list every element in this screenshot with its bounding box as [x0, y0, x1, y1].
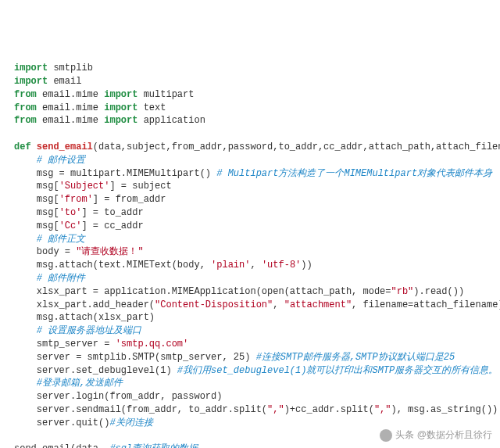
watermark-text: 头条 @数据分析且徐行 [395, 429, 492, 440]
line-16: # 邮件附件 [14, 273, 85, 284]
watermark: 头条 @数据分析且徐行 [380, 428, 492, 442]
line-23: server.set_debuglevel(1) #我们用set_debugle… [14, 365, 498, 376]
line-7: # 邮件设置 [14, 155, 85, 166]
line-17: xlsx_part = application.MIMEApplication(… [14, 286, 464, 297]
line-21: smtp_server = 'smtp.qq.com' [14, 339, 188, 349]
line-def: def send_email(data,subject,from_addr,pa… [14, 142, 500, 152]
line-4: from email.mime import text [14, 102, 166, 113]
line-5: from email.mime import application [14, 115, 205, 126]
line-19: msg.attach(xlsx_part) [14, 312, 155, 323]
line-20: # 设置服务器地址及端口 [14, 325, 141, 336]
line-25: server.login(from_addr, password) [14, 391, 222, 402]
call-head: send_email(data, #sql查询获取的数据 [14, 443, 198, 448]
line-24: #登录邮箱,发送邮件 [14, 378, 123, 389]
avatar-icon [380, 429, 392, 442]
line-10: msg['from'] = from_addr [14, 194, 166, 205]
line-11: msg['to'] = to_addr [14, 207, 144, 218]
line-13: # 邮件正文 [14, 234, 85, 245]
line-8: msg = multipart.MIMEMultipart() # Multip… [14, 168, 492, 179]
line-22: server = smtplib.SMTP(smtp_server, 25) #… [14, 352, 455, 363]
line-26: server.sendmail(from_addr, to_addr.split… [14, 404, 498, 415]
line-2: import email [14, 76, 81, 87]
line-1: import smtplib [14, 63, 93, 73]
line-3: from email.mime import multipart [14, 89, 194, 100]
line-14: body = "请查收数据！" [14, 246, 144, 257]
line-15: msg.attach(text.MIMEText(body, 'plain', … [14, 260, 312, 271]
line-27: server.quit()#关闭连接 [14, 418, 153, 428]
line-18: xlsx_part.add_header("Content-Dispositio… [14, 299, 500, 310]
code-block: import smtplib import email from email.m… [14, 62, 486, 448]
line-9: msg['Subject'] = subject [14, 181, 172, 192]
line-12: msg['Cc'] = cc_addr [14, 220, 144, 231]
